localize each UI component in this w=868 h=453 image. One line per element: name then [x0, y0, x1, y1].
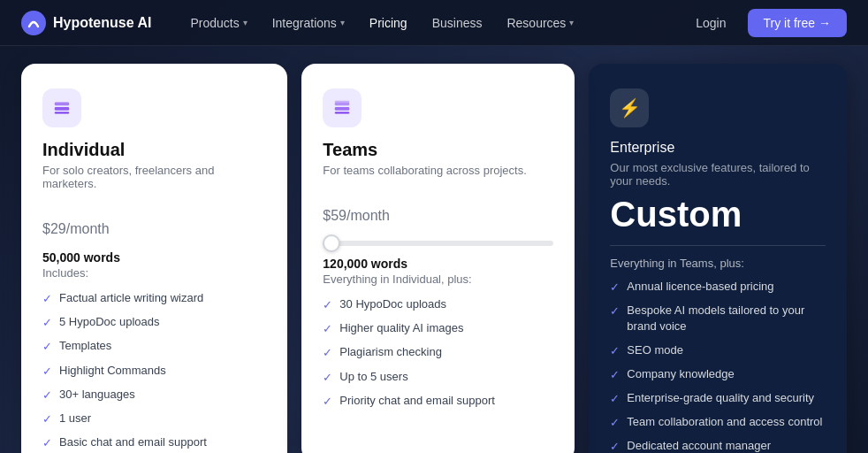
list-item: ✓Basic chat and email support — [42, 434, 266, 451]
check-icon: ✓ — [42, 435, 52, 451]
list-item: ✓Annual licence-based pricing — [610, 279, 826, 296]
list-item: ✓Bespoke AI models tailored to your bran… — [610, 303, 826, 334]
svg-rect-6 — [335, 112, 350, 114]
list-item: ✓Plagiarism checking — [323, 344, 553, 361]
list-item: ✓Team collaboration and access control — [610, 414, 826, 431]
list-item: ✓Company knowledge — [610, 366, 826, 383]
nav-right: Login Try it free → — [685, 9, 847, 37]
teams-words: 120,000 words — [323, 257, 553, 271]
list-item: ✓Highlight Commands — [42, 363, 266, 380]
list-item: ✓Templates — [42, 338, 266, 355]
list-item: ✓Factual article writing wizard — [42, 290, 266, 307]
teams-price: $59/month — [323, 191, 553, 228]
enterprise-plan-name: Enterprise — [610, 140, 826, 156]
check-icon: ✓ — [610, 280, 620, 296]
svg-rect-5 — [335, 107, 350, 111]
logo[interactable]: Hypotenuse AI — [21, 11, 151, 35]
teams-plan-desc: For teams collaborating across projects. — [323, 164, 553, 177]
check-icon: ✓ — [610, 343, 620, 359]
chevron-down-icon: ▾ — [340, 18, 345, 27]
teams-includes: Everything in Individual, plus: — [323, 273, 553, 286]
individual-includes: Includes: — [42, 266, 266, 280]
nav-integrations[interactable]: Integrations ▾ — [262, 11, 355, 35]
list-item: ✓Priority chat and email support — [323, 393, 553, 410]
individual-price: $29/month — [42, 204, 266, 242]
navbar: Hypotenuse AI Products ▾ Integrations ▾ … — [0, 0, 868, 46]
list-item: ✓5 HypoDoc uploads — [42, 314, 266, 331]
chevron-down-icon: ▾ — [243, 18, 247, 27]
individual-plan-icon — [42, 88, 81, 127]
try-free-button[interactable]: Try it free → — [748, 9, 848, 37]
check-icon: ✓ — [610, 367, 620, 383]
list-item: ✓Enterprise-grade quality and security — [610, 390, 826, 407]
check-icon: ✓ — [610, 415, 620, 431]
check-icon: ✓ — [42, 291, 52, 307]
enterprise-price: Custom — [610, 195, 826, 234]
check-icon: ✓ — [323, 394, 332, 410]
check-icon: ✓ — [42, 388, 52, 403]
login-button[interactable]: Login — [685, 11, 736, 35]
individual-words: 50,000 words — [42, 250, 266, 265]
check-icon: ✓ — [42, 364, 52, 380]
individual-plan-desc: For solo creators, freelancers and marke… — [42, 164, 266, 190]
list-item: ✓30+ languages — [42, 387, 266, 403]
enterprise-features: ✓Annual licence-based pricing ✓Bespoke A… — [610, 279, 826, 453]
enterprise-plan-icon: ⚡ — [610, 88, 649, 127]
logo-text: Hypotenuse AI — [53, 15, 151, 31]
check-icon: ✓ — [42, 315, 52, 331]
enterprise-divider — [610, 245, 826, 246]
nav-pricing[interactable]: Pricing — [359, 11, 418, 35]
enterprise-plan-card: ⚡ Enterprise Our most exclusive features… — [589, 64, 847, 453]
check-icon: ✓ — [323, 345, 332, 361]
svg-rect-4 — [335, 103, 350, 106]
teams-plan-card: Teams For teams collaborating across pro… — [301, 64, 575, 453]
nav-links: Products ▾ Integrations ▾ Pricing Busine… — [179, 11, 685, 35]
individual-features: ✓Factual article writing wizard ✓5 HypoD… — [42, 290, 266, 451]
individual-plan-card: Individual For solo creators, freelancer… — [21, 64, 287, 453]
nav-business[interactable]: Business — [422, 11, 493, 35]
bolt-icon: ⚡ — [619, 97, 641, 119]
slider-thumb — [323, 234, 340, 252]
enterprise-plan-desc: Our most exclusive features, tailored to… — [610, 161, 826, 188]
svg-rect-2 — [55, 107, 70, 111]
pricing-section: Individual For solo creators, freelancer… — [0, 46, 868, 453]
check-icon: ✓ — [610, 303, 620, 319]
svg-rect-1 — [55, 103, 70, 106]
check-icon: ✓ — [42, 339, 52, 355]
teams-features: ✓30 HypoDoc uploads ✓Higher quality AI i… — [323, 296, 553, 410]
nav-resources[interactable]: Resources ▾ — [496, 11, 584, 35]
teams-plan-name: Teams — [323, 140, 553, 160]
check-icon: ✓ — [323, 370, 332, 386]
list-item: ✓SEO mode — [610, 342, 826, 359]
enterprise-includes: Everything in Teams, plus: — [610, 257, 826, 270]
check-icon: ✓ — [610, 439, 620, 453]
list-item: ✓Up to 5 users — [323, 369, 553, 386]
list-item: ✓1 user — [42, 411, 266, 427]
word-count-slider[interactable] — [323, 241, 553, 246]
nav-products[interactable]: Products ▾ — [179, 11, 257, 35]
check-icon: ✓ — [42, 411, 52, 427]
check-icon: ✓ — [323, 297, 332, 313]
svg-rect-7 — [335, 101, 350, 103]
list-item: ✓Dedicated account manager — [610, 438, 826, 453]
individual-plan-name: Individual — [42, 140, 266, 160]
svg-rect-3 — [55, 112, 70, 114]
chevron-down-icon: ▾ — [569, 18, 574, 27]
check-icon: ✓ — [323, 321, 332, 337]
list-item: ✓Higher quality AI images — [323, 320, 553, 337]
teams-plan-icon — [323, 88, 362, 127]
check-icon: ✓ — [610, 391, 620, 407]
list-item: ✓30 HypoDoc uploads — [323, 296, 553, 313]
